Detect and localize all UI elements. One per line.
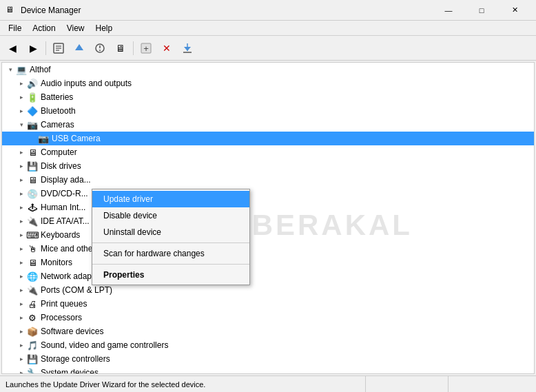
icon-cameras: 📷 <box>27 119 38 130</box>
tree-item-bluetooth[interactable]: ▸🔷Bluetooth <box>2 104 534 118</box>
icon-display-adapters: 🖥 <box>27 174 38 185</box>
update-driver-toolbar-button[interactable] <box>70 39 89 58</box>
status-bar: Launches the Update Driver Wizard for th… <box>0 375 536 392</box>
label-ide-ata: IDE ATA/AT... <box>39 216 90 226</box>
minimize-button[interactable]: — <box>433 0 464 21</box>
tree-item-ports[interactable]: ▸🔌Ports (COM & LPT) <box>2 283 534 297</box>
ctx-separator-2 <box>92 264 249 265</box>
ctx-update-driver[interactable]: Update driver <box>92 191 249 207</box>
ctx-separator-1 <box>92 243 249 243</box>
tree-item-system-devices[interactable]: ▸🔧System devices <box>2 366 534 374</box>
toolbar-sep-2 <box>133 41 134 55</box>
expander-print-queues[interactable]: ▸ <box>16 298 27 309</box>
tree-item-network[interactable]: ▸🌐Network adapters <box>2 269 534 283</box>
ctx-properties[interactable]: Properties <box>92 267 249 283</box>
icon-system-devices: 🔧 <box>27 367 38 374</box>
icon-software-devices: 📦 <box>27 326 38 337</box>
expander-human-interface[interactable]: ▸ <box>16 202 27 213</box>
expander-software-devices[interactable]: ▸ <box>16 326 27 337</box>
expander-network[interactable]: ▸ <box>16 271 27 282</box>
expander-usb-camera <box>27 133 38 144</box>
menu-file[interactable]: File <box>3 21 27 36</box>
icon-storage: 💾 <box>27 353 38 364</box>
forward-button[interactable]: ▶ <box>23 39 43 58</box>
menu-help[interactable]: Help <box>90 21 118 36</box>
computer-toolbar-button[interactable]: 🖥 <box>111 39 130 58</box>
menu-view[interactable]: View <box>61 21 90 36</box>
tree-item-display-adapters[interactable]: ▸🖥Display ada... <box>2 173 534 187</box>
icon-human-interface: 🕹 <box>27 202 38 213</box>
tree-item-software-devices[interactable]: ▸📦Software devices <box>2 324 534 338</box>
title-bar: 🖥 Device Manager — □ ✕ <box>0 0 536 21</box>
tree-item-althof[interactable]: ▾💻Althof <box>2 63 534 76</box>
add-button[interactable]: + <box>136 39 156 58</box>
label-computer: Computer <box>39 147 77 157</box>
tree-item-print-queues[interactable]: ▸🖨Print queues <box>2 297 534 311</box>
tree-item-batteries[interactable]: ▸🔋Batteries <box>2 90 534 104</box>
properties-button[interactable] <box>49 39 68 58</box>
expander-ports[interactable]: ▸ <box>16 285 27 296</box>
expander-ide-ata[interactable]: ▸ <box>16 216 27 227</box>
ctx-uninstall-device[interactable]: Uninstall device <box>92 224 249 240</box>
tree-item-audio[interactable]: ▸🔊Audio inputs and outputs <box>2 76 534 90</box>
expander-dvd-cd[interactable]: ▸ <box>16 188 27 199</box>
tree-item-dvd-cd[interactable]: ▸💿DVD/CD-R... <box>2 187 534 200</box>
expander-sound-video[interactable]: ▸ <box>16 340 27 351</box>
tree-item-monitors[interactable]: ▸🖥Monitors <box>2 256 534 269</box>
expander-batteries[interactable]: ▸ <box>16 92 27 103</box>
download-button[interactable] <box>178 39 197 58</box>
remove-button[interactable]: ✕ <box>157 39 176 58</box>
icon-usb-camera: 📷 <box>38 133 49 144</box>
menu-action[interactable]: Action <box>27 21 61 36</box>
icon-audio: 🔊 <box>27 78 38 89</box>
tree-item-usb-camera[interactable]: 📷USB Camera <box>2 132 534 145</box>
ctx-scan-hardware[interactable]: Scan for hardware changes <box>92 245 249 262</box>
status-panel-1 <box>365 376 448 392</box>
tree-item-sound-video[interactable]: ▸🎵Sound, video and game controllers <box>2 338 534 352</box>
expander-mice[interactable]: ▸ <box>16 243 27 254</box>
svg-text:+: + <box>143 43 149 54</box>
icon-althof: 💻 <box>16 64 27 75</box>
scan-button[interactable] <box>90 39 110 58</box>
menu-bar: File Action View Help <box>0 21 536 36</box>
app-icon: 🖥 <box>6 5 17 16</box>
maximize-button[interactable]: □ <box>466 0 497 21</box>
close-button[interactable]: ✕ <box>499 0 530 21</box>
expander-processors[interactable]: ▸ <box>16 312 27 323</box>
label-batteries: Batteries <box>39 92 73 102</box>
tree-item-computer[interactable]: ▸🖥Computer <box>2 145 534 159</box>
tree-item-keyboards[interactable]: ▸⌨Keyboards <box>2 228 534 242</box>
label-processors: Processors <box>39 313 82 322</box>
expander-storage[interactable]: ▸ <box>16 353 27 364</box>
tree-item-cameras[interactable]: ▾📷Cameras <box>2 118 534 132</box>
expander-audio[interactable]: ▸ <box>16 78 27 89</box>
tree-item-storage[interactable]: ▸💾Storage controllers <box>2 352 534 366</box>
tree-item-mice[interactable]: ▸🖱Mice and other pointing devices <box>2 242 534 256</box>
expander-althof[interactable]: ▾ <box>5 64 16 75</box>
tree-item-ide-ata[interactable]: ▸🔌IDE ATA/AT... <box>2 214 534 228</box>
label-bluetooth: Bluetooth <box>39 106 76 116</box>
label-monitors: Monitors <box>39 258 72 267</box>
label-cameras: Cameras <box>39 120 74 130</box>
label-althof: Althof <box>28 65 51 74</box>
tree-item-human-interface[interactable]: ▸🕹Human Int... <box>2 200 534 214</box>
icon-mice: 🖱 <box>27 243 38 254</box>
label-keyboards: Keyboards <box>39 230 80 240</box>
expander-disk-drives[interactable]: ▸ <box>16 161 27 172</box>
expander-computer[interactable]: ▸ <box>16 147 27 158</box>
expander-bluetooth[interactable]: ▸ <box>16 105 27 116</box>
device-tree[interactable]: BERAKAL ▾💻Althof▸🔊Audio inputs and outpu… <box>1 62 535 374</box>
ctx-disable-device[interactable]: Disable device <box>92 207 249 224</box>
back-button[interactable]: ◀ <box>3 39 22 58</box>
tree-item-disk-drives[interactable]: ▸💾Disk drives <box>2 159 534 173</box>
tree-item-processors[interactable]: ▸⚙Processors <box>2 311 534 324</box>
icon-dvd-cd: 💿 <box>27 188 38 199</box>
label-software-devices: Software devices <box>39 327 103 336</box>
expander-monitors[interactable]: ▸ <box>16 257 27 268</box>
icon-batteries: 🔋 <box>27 92 38 103</box>
status-text: Launches the Update Driver Wizard for th… <box>6 380 365 389</box>
expander-system-devices[interactable]: ▸ <box>16 367 27 374</box>
expander-display-adapters[interactable]: ▸ <box>16 174 27 185</box>
icon-monitors: 🖥 <box>27 257 38 268</box>
expander-cameras[interactable]: ▾ <box>16 119 27 130</box>
